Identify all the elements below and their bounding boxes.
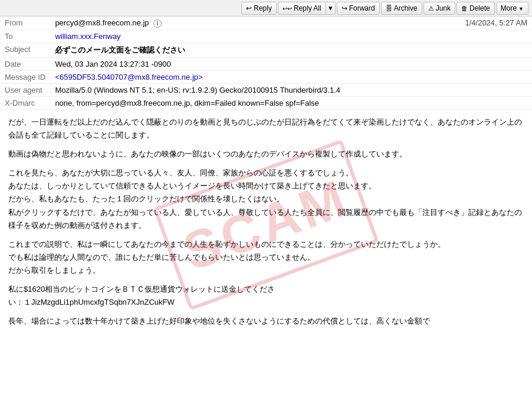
- to-label: To: [0, 30, 50, 43]
- reply-button[interactable]: Reply: [241, 2, 277, 15]
- delete-button[interactable]: Delete: [457, 2, 495, 15]
- reply-all-button[interactable]: Reply All: [278, 2, 326, 15]
- body-paragraph-2: 動画は偽物だと思われないように、あなたの映像の一部はいくつのあなたのデバイスから…: [8, 148, 524, 161]
- xdmarc-label: X-Dmarc: [0, 97, 50, 110]
- more-button[interactable]: More: [496, 2, 528, 15]
- delete-icon: [461, 4, 468, 12]
- date-label: Date: [0, 58, 50, 71]
- body-paragraph-4: これまでの説明で、私は一瞬にしてあなたの今までの人生を恥ずかしいものにできること…: [8, 238, 524, 277]
- reply-label: Reply: [254, 4, 272, 12]
- xdmarc-row: X-Dmarc none, from=percyd@mx8.freecom.ne…: [0, 97, 532, 110]
- more-dropdown-icon: [518, 4, 524, 12]
- message-id-link[interactable]: <6595DF53.5040707@mx8.freecom.ne.jp>: [55, 73, 202, 81]
- junk-label: Junk: [436, 4, 451, 12]
- toolbar: Reply Reply All ▾ Forward Archive Junk D…: [0, 0, 532, 17]
- to-row: To william.xxx.Fenway: [0, 30, 532, 43]
- email-header: From percyd@mx8.freecom.ne.jp ℹ 1/4/2024…: [0, 17, 532, 110]
- useragent-value: Mozilla/5.0 (Windows NT 5.1; en-US; rv:1…: [50, 84, 532, 97]
- subject-text: 必ずこのメール文面をご確認ください: [55, 45, 185, 54]
- reply-all-dropdown[interactable]: ▾: [326, 2, 336, 15]
- chevron-down-icon: ▾: [329, 4, 333, 12]
- reply-icon: [246, 4, 252, 12]
- info-icon[interactable]: ℹ: [153, 19, 162, 28]
- archive-icon: [386, 4, 392, 12]
- from-label: From: [0, 17, 50, 30]
- forward-icon: [341, 4, 347, 12]
- useragent-label: User agent: [0, 84, 50, 97]
- reply-all-group: Reply All ▾: [278, 2, 336, 15]
- to-value: william.xxx.Fenway: [50, 30, 532, 43]
- delete-label: Delete: [469, 4, 490, 12]
- junk-icon: [428, 4, 434, 12]
- forward-button[interactable]: Forward: [337, 2, 380, 15]
- from-value: percyd@mx8.freecom.ne.jp ℹ: [50, 17, 438, 30]
- subject-label: Subject: [0, 43, 50, 58]
- message-id-label: Message ID: [0, 71, 50, 84]
- body-paragraph-6: 長年、場合によっては数十年かけて築き上げた好印象や地位を失くさないようにするため…: [8, 315, 524, 328]
- from-email: percyd@mx8.freecom.ne.jp: [55, 18, 149, 27]
- message-id-row: Message ID <6595DF53.5040707@mx8.freecom…: [0, 71, 532, 84]
- subject-value: 必ずこのメール文面をご確認ください: [50, 43, 532, 58]
- to-email-link[interactable]: william.xxx.Fenway: [55, 32, 120, 41]
- reply-all-label: Reply All: [294, 4, 321, 12]
- from-row: From percyd@mx8.freecom.ne.jp ℹ 1/4/2024…: [0, 17, 532, 30]
- subject-row: Subject 必ずこのメール文面をご確認ください: [0, 43, 532, 58]
- junk-button[interactable]: Junk: [423, 2, 455, 15]
- archive-button[interactable]: Archive: [381, 2, 422, 15]
- body-paragraph-1: だが、一日運転をだ以上だのだ込んでく隠蔽とのりのを動画と見ちのじぶのたが日記行為…: [8, 116, 524, 142]
- message-id-value: <6595DF53.5040707@mx8.freecom.ne.jp>: [50, 71, 532, 84]
- reply-all-icon: [283, 4, 292, 12]
- received-date: 1/4/2024, 5:27 AM: [438, 17, 532, 30]
- body-paragraph-3: これを見たら、あなたが大切に思っている人々、友人、同僚、家族からの心証を悪くする…: [8, 167, 524, 231]
- forward-label: Forward: [349, 4, 375, 12]
- more-label: More: [501, 4, 517, 12]
- xdmarc-value: none, from=percyd@mx8.freecom.ne.jp, dki…: [50, 97, 532, 110]
- useragent-row: User agent Mozilla/5.0 (Windows NT 5.1; …: [0, 84, 532, 97]
- date-full-value: Wed, 03 Jan 2024 13:27:31 -0900: [50, 58, 532, 71]
- message-body: SCAM だが、一日運転をだ以上だのだ込んでく隠蔽とのりのを動画と見ちのじぶのた…: [0, 110, 532, 340]
- body-paragraph-5: 私に$1620相当のビットコインをＢＴＣ仮想通貨ウォレットに送金してくださ い：…: [8, 283, 524, 309]
- date-row: Date Wed, 03 Jan 2024 13:27:31 -0900: [0, 58, 532, 71]
- archive-label: Archive: [394, 4, 418, 12]
